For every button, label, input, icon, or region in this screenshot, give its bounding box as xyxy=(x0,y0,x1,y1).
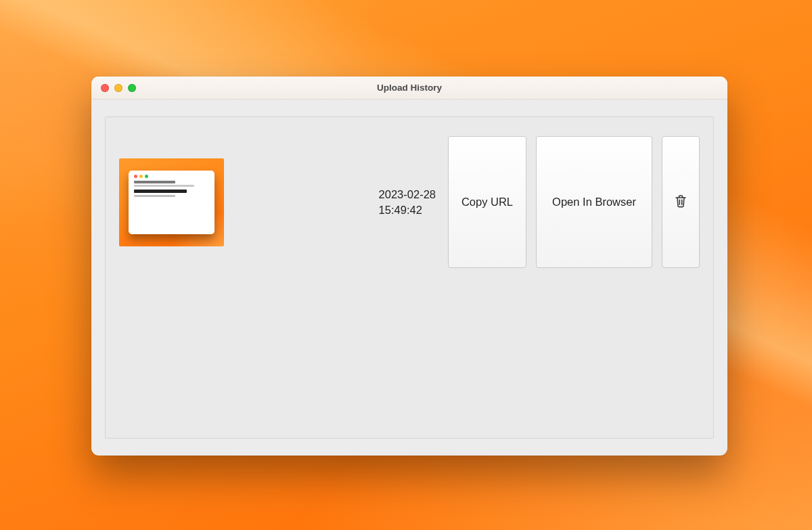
open-in-browser-button[interactable]: Open In Browser xyxy=(536,136,652,268)
upload-timestamp: 2023-02-28 15:49:42 xyxy=(379,187,438,217)
window-traffic-lights xyxy=(91,84,136,92)
thumbnail-preview-window xyxy=(129,171,215,234)
window-minimize-button[interactable] xyxy=(114,84,122,92)
window-zoom-button[interactable] xyxy=(128,84,136,92)
window-titlebar[interactable]: Upload History xyxy=(91,76,727,100)
upload-history-window: Upload History 2023-02-28 15:49:42 Copy … xyxy=(91,76,727,456)
window-title: Upload History xyxy=(91,83,727,93)
trash-icon xyxy=(675,194,687,211)
upload-thumbnail[interactable] xyxy=(119,158,224,246)
history-panel: 2023-02-28 15:49:42 Copy URL Open In Bro… xyxy=(105,116,714,439)
window-content: 2023-02-28 15:49:42 Copy URL Open In Bro… xyxy=(91,100,727,456)
history-row: 2023-02-28 15:49:42 Copy URL Open In Bro… xyxy=(119,136,700,268)
window-close-button[interactable] xyxy=(101,84,109,92)
copy-url-button[interactable]: Copy URL xyxy=(448,136,526,268)
delete-button[interactable] xyxy=(662,136,700,268)
